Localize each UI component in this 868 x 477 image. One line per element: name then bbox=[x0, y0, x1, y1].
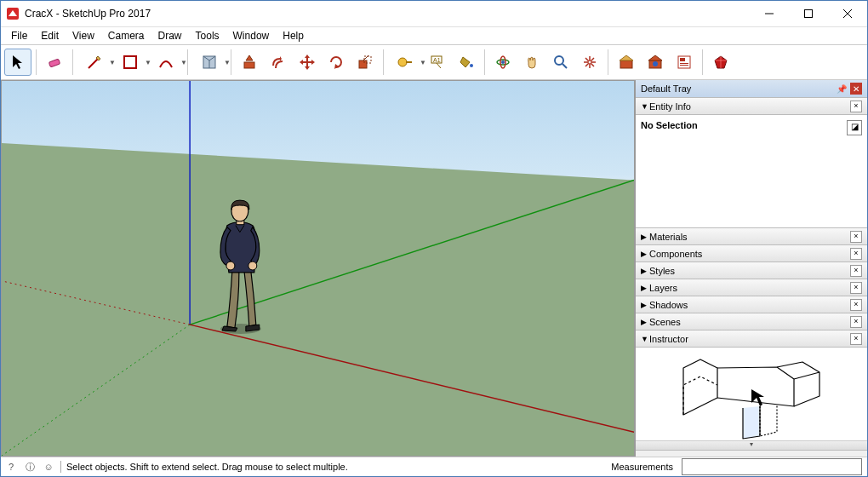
toolbar-separator bbox=[608, 49, 608, 75]
info-icon[interactable]: ⓘ bbox=[23, 460, 37, 474]
instructor-illustration bbox=[666, 355, 837, 440]
ruby-console-tool[interactable] bbox=[707, 49, 734, 76]
menu-edit[interactable]: Edit bbox=[34, 28, 66, 43]
layout-tool[interactable] bbox=[671, 49, 698, 76]
svg-rect-5 bbox=[49, 59, 60, 67]
help-icon[interactable]: ? bbox=[4, 460, 18, 474]
select-tool[interactable] bbox=[4, 49, 31, 76]
panel-label: Components bbox=[649, 249, 702, 259]
tape-measure-tool[interactable]: ▼ bbox=[388, 49, 422, 76]
move-tool[interactable] bbox=[294, 49, 321, 76]
svg-rect-9 bbox=[359, 60, 367, 68]
extension-warehouse-tool[interactable] bbox=[642, 49, 669, 76]
measurements-input[interactable] bbox=[682, 458, 862, 475]
collapse-arrow-icon: ▼ bbox=[641, 335, 649, 343]
svg-rect-27 bbox=[680, 63, 688, 64]
tray-title-label: Default Tray bbox=[641, 83, 691, 94]
window-controls bbox=[750, 1, 867, 26]
cursor-icon bbox=[751, 389, 764, 406]
panel-label: Styles bbox=[649, 266, 675, 276]
dropdown-arrow-icon: ▼ bbox=[224, 59, 231, 66]
toolbar-separator bbox=[484, 49, 485, 75]
menu-draw[interactable]: Draw bbox=[151, 28, 189, 43]
line-tool[interactable]: ▼ bbox=[77, 49, 111, 76]
tray-title-bar[interactable]: Default Tray 📌 ✕ bbox=[636, 80, 867, 98]
app-body: Default Tray 📌 ✕ ▼ Entity Info × No Sele… bbox=[1, 80, 867, 457]
svg-point-18 bbox=[501, 60, 505, 64]
panel-materials[interactable]: ▶Materials× bbox=[636, 227, 867, 245]
toolbar: ▼ ▼ ▼ ▼ ▼ A1 bbox=[1, 44, 867, 80]
panel-close-button[interactable]: × bbox=[850, 248, 862, 260]
panel-close-button[interactable]: × bbox=[850, 299, 862, 311]
maximize-button[interactable] bbox=[789, 1, 828, 26]
scale-tool[interactable] bbox=[351, 49, 379, 76]
measurements-label: Measurements bbox=[611, 462, 677, 472]
panel-scenes[interactable]: ▶Scenes× bbox=[636, 313, 867, 330]
instructor-body: ▾ bbox=[636, 348, 867, 451]
panel-close-button[interactable]: × bbox=[850, 265, 862, 277]
minimize-button[interactable] bbox=[750, 1, 789, 26]
svg-rect-12 bbox=[406, 61, 412, 63]
expand-arrow-icon: ▶ bbox=[641, 250, 649, 258]
app-window: CracX - SketchUp Pro 2017 File Edit View… bbox=[0, 0, 868, 477]
viewport-3d[interactable] bbox=[1, 80, 635, 457]
panel-label: Scenes bbox=[649, 317, 681, 327]
panel-close-button[interactable]: × bbox=[850, 231, 862, 243]
close-button[interactable] bbox=[828, 1, 867, 26]
expand-arrow-icon: ▶ bbox=[641, 318, 649, 326]
text-tool[interactable]: A1 bbox=[424, 49, 451, 76]
panel-close-button[interactable]: × bbox=[850, 101, 862, 112]
panel-label: Shadows bbox=[649, 300, 688, 310]
expand-arrow-icon: ▶ bbox=[641, 233, 649, 241]
svg-rect-28 bbox=[680, 65, 688, 66]
offset-tool[interactable] bbox=[265, 49, 292, 76]
panel-components[interactable]: ▶Components× bbox=[636, 244, 867, 262]
svg-point-31 bbox=[226, 261, 235, 270]
svg-point-11 bbox=[398, 58, 407, 66]
svg-point-32 bbox=[248, 261, 257, 270]
shapes-tool[interactable]: ▼ bbox=[113, 49, 147, 76]
toolbar-separator bbox=[187, 49, 188, 75]
menu-window[interactable]: Window bbox=[226, 28, 277, 43]
3d-warehouse-tool[interactable] bbox=[613, 49, 640, 76]
zoom-tool[interactable] bbox=[547, 49, 574, 76]
scroll-down-hint[interactable]: ▾ bbox=[636, 440, 867, 450]
zoom-extents-tool[interactable] bbox=[576, 49, 603, 76]
panel-styles[interactable]: ▶Styles× bbox=[636, 261, 867, 279]
expand-arrow-icon: ▶ bbox=[641, 301, 649, 309]
panel-shadows[interactable]: ▶Shadows× bbox=[636, 296, 867, 313]
window-title: CracX - SketchUp Pro 2017 bbox=[25, 8, 750, 20]
eraser-tool[interactable] bbox=[41, 49, 68, 76]
tray-close-button[interactable]: ✕ bbox=[850, 83, 862, 95]
panel-close-button[interactable]: × bbox=[850, 316, 862, 328]
make-component-tool[interactable]: ▼ bbox=[192, 49, 226, 76]
expand-arrow-icon: ▶ bbox=[641, 284, 649, 292]
svg-rect-6 bbox=[124, 56, 136, 68]
panel-instructor[interactable]: ▼Instructor× bbox=[636, 330, 867, 348]
orbit-tool[interactable] bbox=[489, 49, 517, 76]
paint-bucket-tool[interactable] bbox=[453, 49, 480, 76]
menu-view[interactable]: View bbox=[66, 28, 101, 43]
pushpull-tool[interactable] bbox=[236, 49, 263, 76]
menu-help[interactable]: Help bbox=[276, 28, 311, 43]
toolbar-separator bbox=[36, 49, 37, 75]
toolbar-separator bbox=[702, 49, 703, 75]
app-icon bbox=[6, 7, 20, 20]
panel-label: Layers bbox=[649, 283, 677, 293]
details-toggle-button[interactable]: ◪ bbox=[847, 120, 862, 135]
menu-tools[interactable]: Tools bbox=[189, 28, 226, 43]
pin-icon[interactable]: 📌 bbox=[836, 83, 848, 95]
panel-close-button[interactable]: × bbox=[850, 333, 862, 345]
pan-tool[interactable] bbox=[518, 49, 545, 76]
menu-camera[interactable]: Camera bbox=[101, 28, 151, 43]
panel-layers[interactable]: ▶Layers× bbox=[636, 279, 867, 296]
menu-file[interactable]: File bbox=[4, 28, 34, 43]
panel-close-button[interactable]: × bbox=[850, 282, 862, 294]
status-bar: ? ⓘ ☺ Select objects. Shift to extend se… bbox=[1, 457, 867, 476]
rotate-tool[interactable] bbox=[323, 49, 350, 76]
svg-point-24 bbox=[653, 61, 658, 66]
arc-tool[interactable]: ▼ bbox=[149, 49, 183, 76]
panel-entity-info[interactable]: ▼ Entity Info × bbox=[636, 97, 867, 115]
user-icon[interactable]: ☺ bbox=[42, 460, 55, 474]
entity-info-body: No Selection ◪ bbox=[636, 115, 867, 228]
